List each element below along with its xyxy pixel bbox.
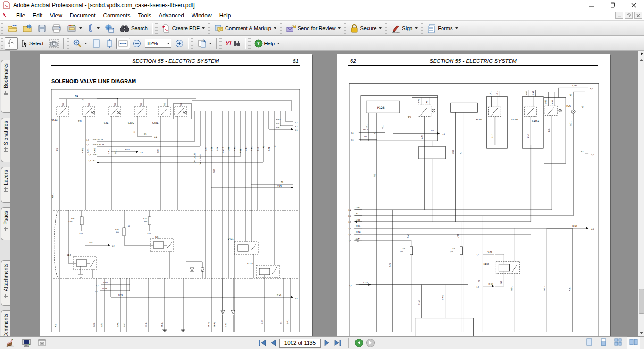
organizer-button[interactable] [64, 22, 84, 34]
wire-label: L-N1 [356, 206, 360, 209]
wire-label: M/G1 [93, 148, 96, 153]
next-page-button[interactable] [323, 339, 331, 347]
sidebar-tab-signatures[interactable]: Signatures [1, 118, 10, 162]
single-page-view-button[interactable] [584, 336, 595, 349]
sign-button[interactable]: Sign [389, 22, 420, 34]
menu-document[interactable]: Document [66, 11, 100, 20]
menu-view[interactable]: View [46, 11, 66, 20]
doc-close-button[interactable] [634, 12, 642, 19]
layers-icon [4, 187, 8, 192]
sidebar-tab-attachments[interactable]: Attachments [1, 260, 10, 306]
continuous-view-button[interactable] [598, 336, 609, 349]
title-bar: Adobe Acrobat Professional - [scribd.vpd… [0, 0, 644, 10]
next-view-button[interactable] [366, 338, 375, 348]
comment-markup-icon [214, 24, 224, 33]
comment-markup-button[interactable]: Comment & Markup [212, 22, 279, 34]
close-button[interactable] [623, 0, 644, 10]
document-canvas[interactable]: SECTION 55 - ELECTRIC SYSTEM 61 SOLENOID… [10, 51, 638, 336]
sidebar-tab-pages[interactable]: Pages [1, 207, 10, 240]
scrollbar-thumb[interactable] [639, 289, 644, 314]
toolbar-drag-handle[interactable] [1, 38, 3, 49]
toolbar-drag-handle[interactable] [155, 23, 158, 34]
page-display-button[interactable] [195, 37, 214, 50]
previous-view-button[interactable] [354, 338, 364, 348]
doc-minimize-button[interactable] [615, 12, 623, 19]
first-page-button[interactable] [258, 339, 267, 347]
forms-button[interactable]: Forms [425, 22, 460, 34]
zoom-tool-button[interactable] [70, 37, 90, 50]
facing-view-button[interactable] [627, 336, 640, 349]
wire-label: R1 [356, 213, 359, 215]
collapse-window-icon[interactable] [38, 339, 46, 347]
restore-button[interactable] [602, 0, 623, 10]
toolbar-drag-handle[interactable] [248, 38, 251, 49]
toolbar-drag-handle[interactable] [344, 23, 346, 34]
doc-restore-button[interactable] [625, 12, 633, 19]
toolbar-drag-handle[interactable] [67, 38, 69, 49]
sidebar-tab-bookmarks[interactable]: Bookmarks [1, 60, 10, 113]
sign-caret [415, 27, 418, 29]
scroll-up-button[interactable] [638, 57, 644, 64]
pdf-page-62[interactable]: SECTION 55 - ELECTRIC SYSTEM 62 [337, 54, 610, 336]
toolbar-separator [216, 38, 217, 49]
zoom-in-button[interactable] [173, 38, 186, 49]
page-number-field[interactable]: 1002 of 1135 [279, 339, 321, 348]
fit-width-button[interactable] [116, 38, 130, 49]
print-button[interactable] [49, 22, 64, 34]
menu-tools[interactable]: Tools [134, 11, 155, 20]
last-page-button[interactable] [333, 339, 343, 347]
create-pdf-button[interactable]: Create PDF [159, 22, 207, 34]
zoom-tool-caret [84, 43, 87, 44]
hand-tool-button[interactable] [5, 37, 18, 50]
scroll-down-button[interactable] [638, 330, 644, 336]
monitor-icon[interactable] [22, 339, 31, 347]
fit-page-button[interactable] [90, 37, 103, 50]
toolbar-drag-handle[interactable] [280, 23, 282, 34]
yahoo-search-button[interactable]: Y! [223, 38, 243, 48]
page-navigation: 1002 of 1135 [258, 337, 375, 349]
previous-page-button[interactable] [269, 339, 277, 347]
wire-label: M-N1 [356, 231, 361, 233]
secure-button[interactable]: Secure [348, 22, 384, 34]
menu-edit[interactable]: Edit [29, 11, 46, 20]
wire-label: 2,6 [351, 132, 354, 134]
menu-window[interactable]: Window [188, 11, 216, 20]
toolbar-drag-handle[interactable] [385, 23, 387, 34]
toolbar-drag-handle[interactable] [219, 38, 222, 49]
menu-help[interactable]: Help [216, 11, 235, 20]
menu-file[interactable]: File [12, 11, 29, 20]
attach-button[interactable] [84, 22, 102, 34]
wire-label: 7,5A [68, 221, 73, 222]
toolbar-drag-handle[interactable] [1, 23, 3, 34]
wire-label: A-R1 [389, 263, 391, 267]
send-for-review-button[interactable]: Send for Review [284, 22, 343, 34]
save-button[interactable] [35, 22, 49, 34]
toolbar-drag-handle[interactable] [208, 23, 210, 34]
menu-advanced[interactable]: Advanced [155, 11, 188, 20]
wire-label: 2,2 [476, 286, 479, 288]
open-button[interactable] [5, 22, 20, 34]
zoom-level-caret[interactable] [165, 39, 171, 47]
select-tool-button[interactable]: Select [18, 38, 46, 49]
search-button[interactable]: Search [117, 22, 150, 34]
wire-label: N1,5 [213, 168, 215, 173]
scroll-collapse-button[interactable] [638, 51, 644, 57]
snapshot-tool-button[interactable] [46, 37, 61, 50]
fit-height-button[interactable] [103, 37, 116, 50]
menu-comments[interactable]: Comments [100, 11, 134, 20]
toolbar-drag-handle[interactable] [191, 38, 193, 49]
send-review-icon [286, 24, 296, 33]
cake-icon[interactable] [5, 338, 15, 348]
pdf-page-61[interactable]: SECTION 55 - ELECTRIC SYSTEM 61 SOLENOID… [40, 54, 312, 336]
vertical-scrollbar[interactable] [638, 51, 644, 336]
zoom-level-combobox[interactable]: 82% [145, 39, 171, 48]
minimize-button[interactable] [580, 0, 602, 10]
sidebar-tab-layers[interactable]: Layers [1, 167, 10, 203]
continuous-facing-view-button[interactable] [612, 336, 624, 349]
wire-label: R-V1 [356, 237, 360, 239]
toolbar-drag-handle[interactable] [421, 23, 423, 34]
email-button[interactable] [102, 22, 117, 34]
help-button[interactable]: ? Help [252, 38, 283, 49]
open-web-button[interactable] [20, 22, 35, 34]
zoom-out-button[interactable] [130, 38, 143, 49]
